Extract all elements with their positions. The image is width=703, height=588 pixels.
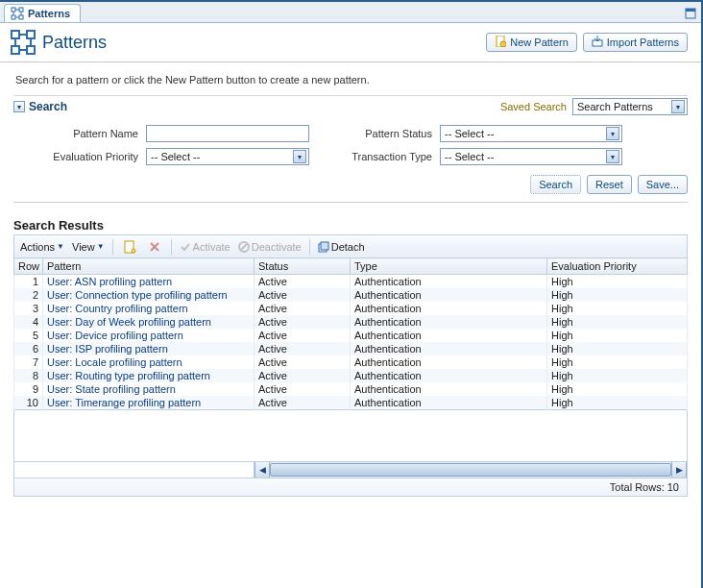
cell-pattern: User: Connection type profiling pattern [43, 288, 255, 302]
detach-button[interactable]: Detach [318, 241, 365, 253]
pattern-link[interactable]: User: Connection type profiling pattern [47, 289, 228, 301]
cell-priority: High [547, 288, 688, 302]
cell-row: 9 [14, 382, 43, 396]
deactivate-label: Deactivate [252, 241, 302, 253]
saved-search-select[interactable]: Search Patterns ▾ [572, 98, 688, 115]
svg-rect-0 [12, 8, 15, 12]
svg-rect-3 [19, 15, 23, 19]
svg-rect-12 [12, 46, 19, 54]
search-button-label: Search [539, 179, 572, 190]
table-row[interactable]: 10User: Timerange profiling patternActiv… [14, 396, 688, 410]
table-row[interactable]: 9User: State profiling patternActiveAuth… [14, 382, 688, 396]
pattern-name-label: Pattern Name [13, 128, 138, 139]
cell-status: Active [255, 288, 351, 302]
table-row[interactable]: 6User: ISP profiling patternActiveAuthen… [14, 342, 688, 355]
cell-type: Authentication [351, 382, 547, 396]
transaction-type-value: -- Select -- [445, 151, 494, 162]
cell-pattern: User: Locale profiling pattern [43, 355, 255, 369]
tab-patterns[interactable]: Patterns [4, 4, 81, 22]
pattern-name-input[interactable] [146, 125, 309, 142]
col-priority[interactable]: Evaluation Priority [547, 258, 688, 275]
cell-row: 10 [14, 396, 43, 410]
import-patterns-label: Import Patterns [607, 37, 679, 48]
col-type[interactable]: Type [351, 258, 547, 275]
cell-pattern: User: Routing type profiling pattern [43, 369, 255, 382]
reset-button[interactable]: Reset [587, 175, 632, 194]
table-row[interactable]: 5User: Device profiling patternActiveAut… [14, 329, 688, 342]
pattern-link[interactable]: User: Timerange profiling pattern [47, 397, 201, 408]
reset-button-label: Reset [595, 179, 623, 190]
table-row[interactable]: 4User: Day of Week profiling patternActi… [14, 315, 688, 329]
cell-type: Authentication [351, 275, 547, 289]
transaction-type-select[interactable]: -- Select -- ▾ [440, 148, 622, 165]
svg-rect-26 [321, 242, 328, 250]
cell-priority: High [547, 275, 688, 289]
patterns-mini-icon [11, 7, 24, 20]
cell-priority: High [547, 355, 688, 369]
pattern-link[interactable]: User: ASN profiling pattern [47, 276, 172, 287]
maximize-icon[interactable] [684, 7, 697, 20]
cell-row: 8 [14, 369, 43, 382]
results-toolbar: Actions▼ View▼ Activate Deactivate Detac… [13, 234, 688, 257]
patterns-icon [10, 29, 36, 56]
chevron-down-icon: ▾ [671, 100, 685, 113]
table-row[interactable]: 2User: Connection type profiling pattern… [14, 288, 688, 302]
svg-rect-2 [12, 15, 15, 19]
horizontal-scrollbar[interactable]: ◀ ▶ [13, 462, 688, 478]
cell-row: 5 [14, 329, 43, 342]
view-menu[interactable]: View▼ [72, 241, 105, 253]
activate-label: Activate [193, 241, 230, 253]
col-pattern[interactable]: Pattern [43, 258, 255, 275]
svg-rect-1 [19, 8, 23, 12]
table-row[interactable]: 8User: Routing type profiling patternAct… [14, 369, 688, 382]
total-rows: Total Rows: 10 [13, 478, 688, 497]
search-form: Pattern Name Pattern Status -- Select --… [13, 125, 688, 165]
table-row[interactable]: 3User: Country profiling patternActiveAu… [14, 302, 688, 315]
table-row[interactable]: 7User: Locale profiling patternActiveAut… [14, 355, 688, 369]
pattern-link[interactable]: User: Routing type profiling pattern [47, 370, 210, 381]
cell-row: 7 [14, 355, 43, 369]
cell-status: Active [255, 302, 351, 315]
pattern-link[interactable]: User: Country profiling pattern [47, 303, 188, 314]
cell-pattern: User: ISP profiling pattern [43, 342, 255, 355]
cell-status: Active [255, 382, 351, 396]
results-title: Search Results [13, 218, 688, 233]
pattern-link[interactable]: User: Day of Week profiling pattern [47, 316, 211, 328]
pattern-status-value: -- Select -- [445, 128, 494, 139]
cell-row: 6 [14, 342, 43, 355]
col-status[interactable]: Status [255, 258, 351, 275]
import-patterns-button[interactable]: Import Patterns [583, 33, 688, 52]
saved-search-value: Search Patterns [577, 101, 653, 112]
cell-type: Authentication [351, 355, 547, 369]
pattern-link[interactable]: User: ISP profiling pattern [47, 343, 168, 355]
pattern-link[interactable]: User: State profiling pattern [47, 383, 176, 395]
scroll-left-icon[interactable]: ◀ [255, 462, 270, 478]
page-title: Patterns [42, 33, 107, 53]
pattern-link[interactable]: User: Device profiling pattern [47, 330, 183, 341]
pattern-status-label: Pattern Status [327, 128, 432, 139]
cell-priority: High [547, 302, 688, 315]
col-row[interactable]: Row [14, 258, 43, 275]
pattern-link[interactable]: User: Locale profiling pattern [47, 356, 182, 368]
table-row[interactable]: 1User: ASN profiling patternActiveAuthen… [14, 275, 688, 289]
activate-button: Activate [180, 241, 230, 253]
collapse-search-icon[interactable]: ▾ [13, 101, 25, 112]
transaction-type-label: Transaction Type [327, 151, 432, 162]
new-pattern-button[interactable]: New Pattern [486, 33, 577, 52]
scroll-thumb[interactable] [270, 463, 671, 477]
create-icon[interactable] [121, 238, 138, 256]
svg-rect-11 [27, 31, 35, 38]
pattern-status-select[interactable]: -- Select -- ▾ [440, 125, 622, 142]
actions-menu[interactable]: Actions▼ [20, 241, 64, 253]
view-menu-label: View [72, 241, 95, 253]
scroll-right-icon[interactable]: ▶ [671, 462, 687, 478]
detach-label: Detach [331, 241, 365, 253]
search-button[interactable]: Search [530, 175, 581, 194]
cell-pattern: User: Country profiling pattern [43, 302, 255, 315]
svg-rect-10 [12, 31, 19, 38]
cell-status: Active [255, 315, 351, 329]
cell-pattern: User: State profiling pattern [43, 382, 255, 396]
save-button[interactable]: Save... [638, 175, 688, 194]
scroll-track[interactable] [270, 462, 671, 478]
evaluation-priority-select[interactable]: -- Select -- ▾ [146, 148, 309, 165]
